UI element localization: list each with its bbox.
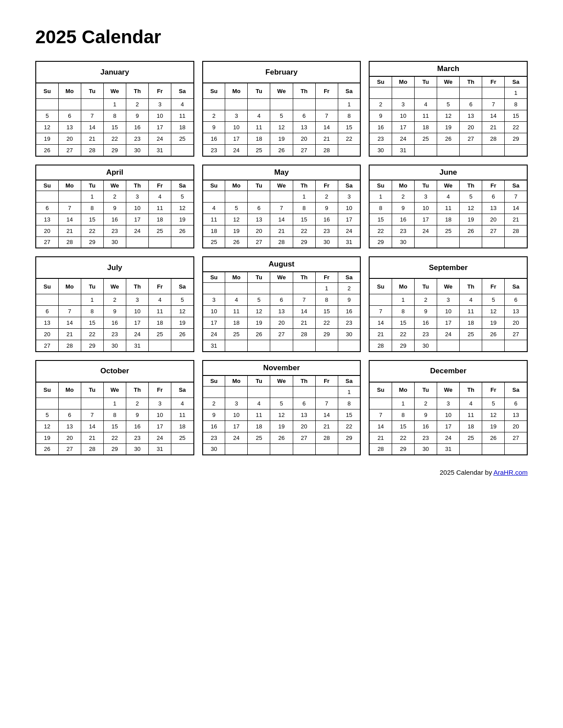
day-header-mo: Mo bbox=[225, 272, 248, 283]
day-cell bbox=[460, 340, 482, 352]
day-cell bbox=[415, 236, 437, 248]
day-cell: 2 bbox=[103, 294, 126, 306]
day-cell: 6 bbox=[293, 398, 315, 409]
day-cell: 27 bbox=[58, 443, 81, 455]
table-row: 2345678 bbox=[203, 398, 361, 409]
day-cell: 11 bbox=[225, 306, 248, 317]
table-row: 23242526272829 bbox=[203, 432, 361, 443]
month-name-may: May bbox=[203, 165, 361, 180]
day-cell: 29 bbox=[103, 443, 126, 455]
day-cell: 3 bbox=[437, 294, 460, 306]
footer-link[interactable]: AraHR.com bbox=[493, 469, 528, 476]
day-cell: 18 bbox=[148, 317, 171, 329]
day-header-tu: Tu bbox=[81, 180, 103, 191]
day-cell: 14 bbox=[81, 122, 103, 133]
day-cell: 9 bbox=[392, 202, 414, 214]
day-cell: 27 bbox=[36, 236, 58, 248]
day-header-fr: Fr bbox=[315, 180, 338, 191]
day-cell: 9 bbox=[103, 306, 126, 317]
day-cell: 22 bbox=[81, 329, 103, 340]
table-row: 18192021222324 bbox=[203, 225, 361, 236]
day-cell bbox=[225, 340, 248, 352]
day-cell bbox=[225, 191, 248, 202]
day-header-tu: Tu bbox=[415, 180, 437, 191]
day-header-we: We bbox=[270, 272, 293, 283]
day-cell bbox=[482, 340, 505, 352]
day-header-mo: Mo bbox=[392, 180, 414, 191]
day-cell: 31 bbox=[148, 443, 171, 455]
day-cell: 2 bbox=[338, 283, 360, 294]
day-cell: 14 bbox=[315, 122, 338, 133]
day-header-tu: Tu bbox=[81, 382, 103, 398]
day-cell: 8 bbox=[505, 99, 527, 110]
day-header-fr: Fr bbox=[482, 76, 505, 87]
day-cell: 24 bbox=[126, 329, 148, 340]
day-cell bbox=[36, 294, 58, 306]
day-cell: 30 bbox=[415, 340, 437, 352]
day-cell: 14 bbox=[482, 110, 505, 122]
month-name-september: September bbox=[369, 257, 527, 278]
day-header-mo: Mo bbox=[225, 180, 248, 191]
day-header-sa: Sa bbox=[505, 180, 527, 191]
day-cell: 8 bbox=[392, 409, 414, 420]
day-cell: 30 bbox=[315, 236, 338, 248]
day-cell: 30 bbox=[338, 329, 360, 340]
day-cell: 23 bbox=[203, 145, 225, 156]
day-cell: 26 bbox=[171, 225, 194, 236]
day-cell bbox=[270, 283, 293, 294]
day-cell: 3 bbox=[415, 191, 437, 202]
day-cell: 17 bbox=[437, 420, 460, 432]
day-cell: 25 bbox=[171, 432, 194, 443]
day-cell: 2 bbox=[415, 294, 437, 306]
table-row: 1234 bbox=[36, 398, 194, 409]
day-cell: 19 bbox=[171, 214, 194, 225]
table-row: 2930 bbox=[369, 236, 527, 248]
day-cell: 20 bbox=[460, 122, 482, 133]
day-cell: 28 bbox=[505, 225, 527, 236]
day-header-sa: Sa bbox=[171, 382, 194, 398]
day-cell: 3 bbox=[437, 398, 460, 409]
day-cell: 28 bbox=[270, 236, 293, 248]
day-cell bbox=[270, 191, 293, 202]
day-cell: 5 bbox=[270, 398, 293, 409]
day-cell: 19 bbox=[171, 317, 194, 329]
day-cell bbox=[203, 99, 225, 110]
day-header-we: We bbox=[103, 382, 126, 398]
day-cell: 7 bbox=[81, 409, 103, 420]
day-cell bbox=[437, 145, 460, 156]
day-cell: 19 bbox=[437, 122, 460, 133]
day-header-sa: Sa bbox=[338, 375, 360, 387]
day-cell: 13 bbox=[482, 202, 505, 214]
day-cell: 22 bbox=[392, 432, 414, 443]
day-header-mo: Mo bbox=[392, 76, 414, 87]
day-cell: 22 bbox=[103, 133, 126, 145]
day-cell bbox=[171, 236, 194, 248]
day-cell: 1 bbox=[369, 191, 392, 202]
day-cell: 27 bbox=[248, 236, 270, 248]
day-cell: 12 bbox=[36, 122, 58, 133]
day-cell: 27 bbox=[293, 145, 315, 156]
day-header-th: Th bbox=[460, 278, 482, 294]
day-cell: 2 bbox=[203, 398, 225, 409]
day-header-fr: Fr bbox=[482, 278, 505, 294]
day-cell bbox=[437, 236, 460, 248]
day-cell: 18 bbox=[171, 122, 194, 133]
day-cell: 28 bbox=[315, 145, 338, 156]
day-header-we: We bbox=[103, 83, 126, 98]
day-header-th: Th bbox=[293, 180, 315, 191]
day-cell: 10 bbox=[338, 202, 360, 214]
day-cell: 25 bbox=[460, 432, 482, 443]
table-row: 20212223242526 bbox=[36, 225, 194, 236]
table-row: 1 bbox=[203, 386, 361, 398]
day-cell bbox=[171, 443, 194, 455]
day-cell: 2 bbox=[392, 191, 414, 202]
day-cell: 24 bbox=[437, 329, 460, 340]
table-row: 78910111213 bbox=[369, 409, 527, 420]
day-cell: 7 bbox=[315, 398, 338, 409]
day-cell bbox=[248, 443, 270, 455]
day-cell: 4 bbox=[148, 294, 171, 306]
day-cell: 17 bbox=[225, 133, 248, 145]
day-cell: 12 bbox=[482, 409, 505, 420]
day-cell: 25 bbox=[171, 133, 194, 145]
day-cell: 12 bbox=[36, 420, 58, 432]
